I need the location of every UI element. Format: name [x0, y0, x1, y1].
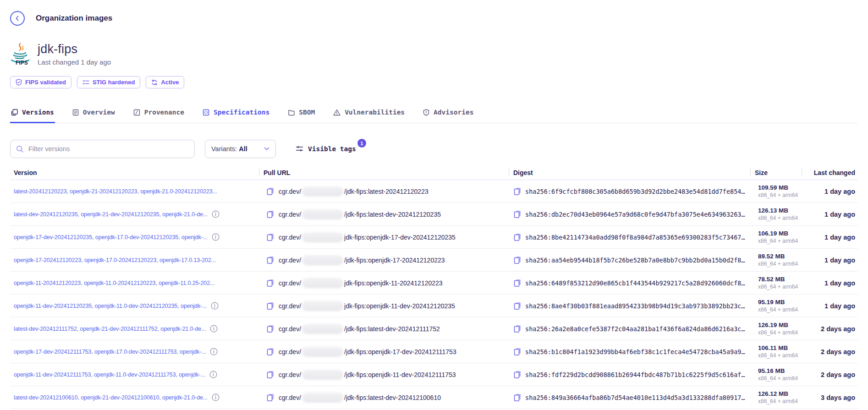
version-link[interactable]: openjdk-17-dev-202412120235, openjdk-17.… [14, 234, 208, 241]
search-input[interactable] [28, 145, 189, 153]
table-row: latest-202412120223, openjdk-21-20241212… [10, 180, 858, 203]
info-icon[interactable] [212, 233, 220, 241]
version-link[interactable]: openjdk-11-dev-202412120235, openjdk-11.… [14, 303, 207, 309]
version-link[interactable]: openjdk-17-202412120223, openjdk-17.0-20… [14, 257, 216, 263]
redacted-org-name [302, 301, 343, 311]
copy-pull-url-button[interactable] [266, 301, 275, 310]
copy-digest-button[interactable] [513, 210, 522, 219]
copy-digest-button[interactable] [513, 187, 522, 196]
badge-label: Active [161, 79, 179, 86]
chevron-down-icon [264, 147, 269, 151]
copy-pull-url-button[interactable] [266, 256, 275, 264]
copy-digest-button[interactable] [513, 347, 522, 356]
copy-digest-button[interactable] [513, 324, 522, 333]
tab-label: SBOM [299, 109, 315, 116]
table-row: latest-dev-202412120235, openjdk-21-dev-… [10, 203, 858, 226]
redacted-org-name [302, 255, 343, 265]
info-icon[interactable] [212, 210, 220, 218]
copy-digest-button[interactable] [513, 301, 522, 310]
copy-icon [266, 210, 275, 219]
copy-icon [266, 256, 275, 264]
architectures-label: x86_64 + arm64 [758, 398, 798, 405]
copy-pull-url-button[interactable] [266, 210, 275, 219]
size-value: 126.19 MB [758, 322, 788, 328]
version-link[interactable]: openjdk-11-202412120223, openjdk-11.0-20… [14, 280, 214, 286]
copy-pull-url-button[interactable] [266, 347, 275, 356]
version-link[interactable]: openjdk-11-dev-202412111753, openjdk-11.… [14, 372, 205, 378]
copy-icon [513, 347, 522, 356]
copy-pull-url-button[interactable] [266, 324, 275, 333]
version-link[interactable]: latest-dev-202412100610, openjdk-21-dev-… [14, 394, 208, 401]
copy-icon [513, 370, 522, 379]
info-icon[interactable] [210, 348, 218, 355]
version-link[interactable]: latest-dev-202412120235, openjdk-21-dev-… [14, 211, 208, 218]
pull-url: cgr.dev/jdk-fips:openjdk-17-dev-20241212… [279, 232, 456, 242]
redacted-org-name [302, 393, 343, 403]
tab-vulnerabilities[interactable]: Vulnerabilities [332, 109, 406, 123]
pull-url: cgr.dev//jdk-fips:openjdk-17-20241212022… [279, 255, 445, 265]
size-value: 106.19 MB [758, 230, 788, 237]
version-link[interactable]: openjdk-17-dev-202412111753, openjdk-17.… [14, 349, 206, 355]
last-changed-value: 2 days ago [802, 325, 858, 333]
image-title-text: jdk-fips Last changed 1 day ago [38, 42, 111, 66]
copy-digest-button[interactable] [513, 393, 522, 402]
variants-value: All [239, 145, 247, 153]
page-title: jdk-fips [38, 42, 111, 56]
info-icon[interactable] [210, 325, 218, 333]
shield-check-icon [16, 79, 22, 86]
pull-url: cgr.dev/jdk-fips:openjdk-11-dev-20241212… [279, 301, 455, 311]
copy-pull-url-button[interactable] [266, 393, 275, 402]
copy-pull-url-button[interactable] [266, 233, 275, 241]
variants-dropdown[interactable]: Variants: All [205, 140, 276, 158]
badge-row: FIPS validated STIG hardened Active [10, 76, 858, 88]
copy-pull-url-button[interactable] [266, 279, 275, 287]
copy-pull-url-button[interactable] [266, 187, 275, 196]
architectures-label: x86_64 + arm64 [758, 284, 798, 290]
copy-pull-url-button[interactable] [266, 370, 275, 379]
info-icon[interactable] [211, 302, 219, 310]
copy-icon [266, 187, 275, 196]
active-badge: Active [146, 76, 184, 88]
redacted-org-name [302, 324, 343, 334]
visible-tags-button[interactable]: Visible tags 1 [296, 145, 356, 153]
copy-icon [266, 324, 275, 333]
back-button[interactable] [10, 11, 25, 26]
version-link[interactable]: latest-202412120223, openjdk-21-20241212… [14, 188, 217, 195]
provenance-icon [133, 109, 140, 116]
copy-icon [266, 301, 275, 310]
tab-bar: Versions Overview Provenance Specificati… [10, 109, 858, 123]
info-icon[interactable] [212, 394, 220, 401]
copy-icon [266, 393, 275, 402]
tab-advisories[interactable]: Advisories [422, 109, 474, 123]
last-changed-value: 3 days ago [802, 394, 858, 401]
pull-url: cgr.dev//jdk-fips:latest-dev-20241210061… [279, 393, 441, 403]
copy-digest-button[interactable] [513, 370, 522, 379]
digest-value: sha256:6f9cfcbf808c305a6b8d659b3d92d2bbe… [525, 188, 745, 195]
version-link[interactable]: latest-dev-202412111752, openjdk-21-dev-… [14, 326, 206, 332]
redacted-org-name [302, 347, 343, 357]
tab-overview[interactable]: Overview [71, 109, 116, 123]
pull-url: cgr.dev//jdk-fips:latest-dev-20241212023… [279, 209, 441, 219]
copy-icon [513, 393, 522, 402]
copy-icon [513, 301, 522, 310]
copy-digest-button[interactable] [513, 233, 522, 241]
architectures-label: x86_64 + arm64 [758, 329, 798, 336]
digest-value: sha256:8ae4f30b03f881eaad8954233b98b94d1… [525, 302, 745, 310]
copy-digest-button[interactable] [513, 256, 522, 264]
image-title-block: FIPS jdk-fips Last changed 1 day ago [10, 42, 858, 66]
info-icon[interactable] [209, 371, 217, 378]
filter-versions-searchbox[interactable] [10, 140, 195, 158]
copy-digest-button[interactable] [513, 279, 522, 287]
badge-label: STIG hardened [93, 79, 135, 86]
tab-versions[interactable]: Versions [10, 109, 55, 123]
breadcrumb: Organization images [36, 14, 112, 23]
architectures-label: x86_64 + arm64 [758, 261, 798, 267]
redacted-org-name [302, 232, 343, 242]
last-changed-value: 2 days ago [802, 348, 858, 355]
tab-provenance[interactable]: Provenance [132, 109, 185, 123]
table-row: openjdk-17-dev-202412111753, openjdk-17.… [10, 340, 858, 363]
tab-specifications[interactable]: Specifications [202, 109, 270, 123]
pull-url: cgr.dev//jdk-fips:latest-dev-20241211175… [279, 324, 440, 334]
tab-sbom[interactable]: SBOM [287, 109, 316, 123]
copy-icon [266, 347, 275, 356]
